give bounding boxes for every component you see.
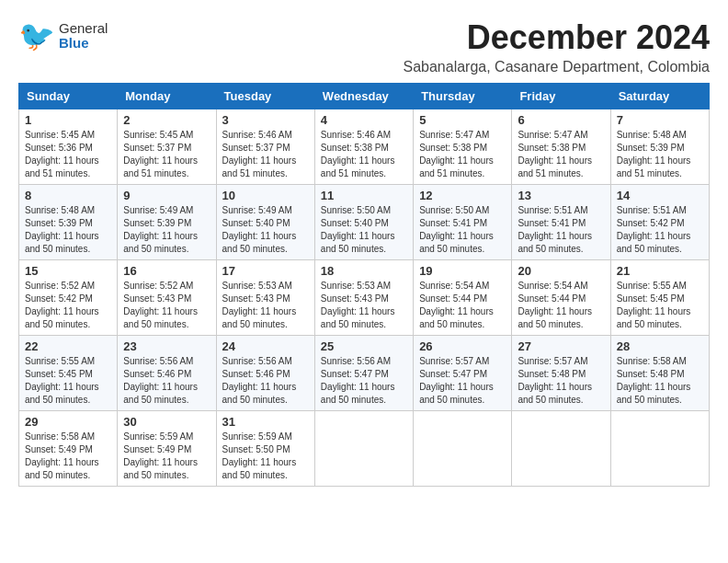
sunrise-label: Sunrise: 5:56 AM [321, 356, 391, 366]
sunrise-label: Sunrise: 5:58 AM [617, 356, 687, 366]
sunrise-label: Sunrise: 5:50 AM [321, 205, 391, 215]
logo-text-area: General Blue [59, 21, 108, 52]
day-number: 12 [419, 189, 506, 202]
day-info: Sunrise: 5:59 AM Sunset: 5:50 PM Dayligh… [222, 431, 309, 482]
daylight-label: Daylight: 11 hours and 50 minutes. [617, 306, 691, 329]
sunset-label: Sunset: 5:39 PM [617, 143, 685, 153]
table-row: 26 Sunrise: 5:57 AM Sunset: 5:47 PM Dayl… [414, 336, 512, 411]
sunrise-label: Sunrise: 5:54 AM [419, 281, 489, 291]
day-number: 2 [123, 113, 210, 127]
sunset-label: Sunset: 5:40 PM [321, 218, 389, 228]
sunset-label: Sunset: 5:45 PM [25, 369, 93, 379]
sunset-label: Sunset: 5:43 PM [222, 293, 290, 304]
logo-blue: Blue [59, 36, 108, 52]
day-info: Sunrise: 5:52 AM Sunset: 5:42 PM Dayligh… [25, 280, 111, 331]
day-info: Sunrise: 5:57 AM Sunset: 5:48 PM Dayligh… [518, 355, 604, 407]
day-info: Sunrise: 5:56 AM Sunset: 5:47 PM Dayligh… [321, 355, 407, 407]
day-info: Sunrise: 5:49 AM Sunset: 5:39 PM Dayligh… [123, 204, 210, 256]
day-info: Sunrise: 5:49 AM Sunset: 5:40 PM Dayligh… [222, 204, 309, 256]
daylight-label: Daylight: 11 hours and 51 minutes. [518, 155, 592, 178]
day-number: 23 [123, 339, 210, 353]
table-row: 19 Sunrise: 5:54 AM Sunset: 5:44 PM Dayl… [414, 260, 512, 336]
sunset-label: Sunset: 5:47 PM [419, 369, 487, 379]
day-info: Sunrise: 5:50 AM Sunset: 5:41 PM Dayligh… [419, 204, 506, 256]
location-subtitle: Sabanalarga, Casanare Department, Colomb… [403, 59, 710, 75]
daylight-label: Daylight: 11 hours and 51 minutes. [123, 155, 198, 178]
sunrise-label: Sunrise: 5:57 AM [518, 356, 587, 366]
sunset-label: Sunset: 5:45 PM [617, 293, 685, 304]
day-info: Sunrise: 5:51 AM Sunset: 5:42 PM Dayligh… [617, 204, 703, 256]
calendar-week-row: 1 Sunrise: 5:45 AM Sunset: 5:36 PM Dayli… [19, 109, 710, 185]
day-number: 11 [321, 189, 407, 202]
sunrise-label: Sunrise: 5:58 AM [25, 431, 95, 442]
table-row: 20 Sunrise: 5:54 AM Sunset: 5:44 PM Dayl… [512, 260, 610, 336]
table-row: 12 Sunrise: 5:50 AM Sunset: 5:41 PM Dayl… [414, 185, 512, 260]
day-number: 28 [617, 339, 703, 353]
daylight-label: Daylight: 11 hours and 50 minutes. [25, 231, 99, 254]
day-info: Sunrise: 5:51 AM Sunset: 5:41 PM Dayligh… [518, 204, 604, 256]
sunset-label: Sunset: 5:48 PM [617, 369, 685, 379]
table-row: 25 Sunrise: 5:56 AM Sunset: 5:47 PM Dayl… [314, 336, 413, 411]
sunrise-label: Sunrise: 5:47 AM [419, 130, 489, 140]
daylight-label: Daylight: 11 hours and 50 minutes. [321, 306, 395, 329]
daylight-label: Daylight: 11 hours and 50 minutes. [123, 457, 198, 480]
day-info: Sunrise: 5:50 AM Sunset: 5:40 PM Dayligh… [321, 204, 407, 256]
header-friday: Friday [512, 84, 610, 109]
logo-general: General [59, 21, 108, 37]
day-info: Sunrise: 5:54 AM Sunset: 5:44 PM Dayligh… [518, 280, 604, 331]
sunset-label: Sunset: 5:43 PM [321, 293, 389, 304]
header-tuesday: Tuesday [216, 84, 314, 109]
daylight-label: Daylight: 11 hours and 51 minutes. [617, 155, 691, 178]
page-header: 🐦 General Blue December 2024 Sabanalarga… [18, 18, 710, 75]
table-row: 27 Sunrise: 5:57 AM Sunset: 5:48 PM Dayl… [512, 336, 610, 411]
table-row: 18 Sunrise: 5:53 AM Sunset: 5:43 PM Dayl… [314, 260, 413, 336]
header-monday: Monday [118, 84, 216, 109]
day-info: Sunrise: 5:45 AM Sunset: 5:37 PM Dayligh… [123, 129, 210, 180]
calendar-week-row: 15 Sunrise: 5:52 AM Sunset: 5:42 PM Dayl… [19, 260, 710, 336]
sunrise-label: Sunrise: 5:56 AM [123, 356, 193, 366]
sunrise-label: Sunrise: 5:48 AM [25, 205, 95, 215]
day-number: 15 [25, 264, 111, 278]
day-number: 20 [518, 264, 604, 278]
sunrise-label: Sunrise: 5:45 AM [123, 130, 193, 140]
daylight-label: Daylight: 11 hours and 50 minutes. [617, 382, 691, 405]
sunrise-label: Sunrise: 5:53 AM [222, 281, 292, 291]
day-info: Sunrise: 5:46 AM Sunset: 5:38 PM Dayligh… [321, 129, 407, 180]
sunset-label: Sunset: 5:39 PM [123, 218, 191, 228]
sunset-label: Sunset: 5:43 PM [123, 293, 191, 304]
sunrise-label: Sunrise: 5:52 AM [25, 281, 95, 291]
day-number: 27 [518, 339, 604, 353]
table-row: 22 Sunrise: 5:55 AM Sunset: 5:45 PM Dayl… [19, 336, 118, 411]
sunset-label: Sunset: 5:39 PM [25, 218, 93, 228]
calendar-week-row: 29 Sunrise: 5:58 AM Sunset: 5:49 PM Dayl… [19, 411, 710, 487]
daylight-label: Daylight: 11 hours and 50 minutes. [617, 231, 691, 254]
day-info: Sunrise: 5:55 AM Sunset: 5:45 PM Dayligh… [617, 280, 703, 331]
sunrise-label: Sunrise: 5:48 AM [617, 130, 687, 140]
sunset-label: Sunset: 5:44 PM [419, 293, 487, 304]
day-info: Sunrise: 5:58 AM Sunset: 5:48 PM Dayligh… [617, 355, 703, 407]
table-row: 16 Sunrise: 5:52 AM Sunset: 5:43 PM Dayl… [118, 260, 216, 336]
sunset-label: Sunset: 5:46 PM [222, 369, 290, 379]
day-info: Sunrise: 5:53 AM Sunset: 5:43 PM Dayligh… [321, 280, 407, 331]
daylight-label: Daylight: 11 hours and 50 minutes. [321, 382, 395, 405]
day-number: 24 [222, 339, 309, 353]
month-title: December 2024 [403, 18, 710, 57]
sunrise-label: Sunrise: 5:55 AM [617, 281, 687, 291]
sunrise-label: Sunrise: 5:49 AM [222, 205, 292, 215]
sunrise-label: Sunrise: 5:51 AM [518, 205, 587, 215]
day-info: Sunrise: 5:47 AM Sunset: 5:38 PM Dayligh… [419, 129, 506, 180]
day-number: 30 [123, 415, 210, 429]
table-row [414, 411, 512, 487]
day-info: Sunrise: 5:45 AM Sunset: 5:36 PM Dayligh… [25, 129, 111, 180]
sunset-label: Sunset: 5:36 PM [25, 143, 93, 153]
title-area: December 2024 Sabanalarga, Casanare Depa… [403, 18, 710, 75]
table-row: 28 Sunrise: 5:58 AM Sunset: 5:48 PM Dayl… [610, 336, 709, 411]
header-thursday: Thursday [414, 84, 512, 109]
sunset-label: Sunset: 5:46 PM [123, 369, 191, 379]
daylight-label: Daylight: 11 hours and 50 minutes. [222, 457, 297, 480]
sunset-label: Sunset: 5:47 PM [321, 369, 389, 379]
table-row: 29 Sunrise: 5:58 AM Sunset: 5:49 PM Dayl… [19, 411, 118, 487]
svg-text:🐦: 🐦 [18, 18, 55, 53]
daylight-label: Daylight: 11 hours and 50 minutes. [419, 231, 494, 254]
day-number: 14 [617, 189, 703, 202]
